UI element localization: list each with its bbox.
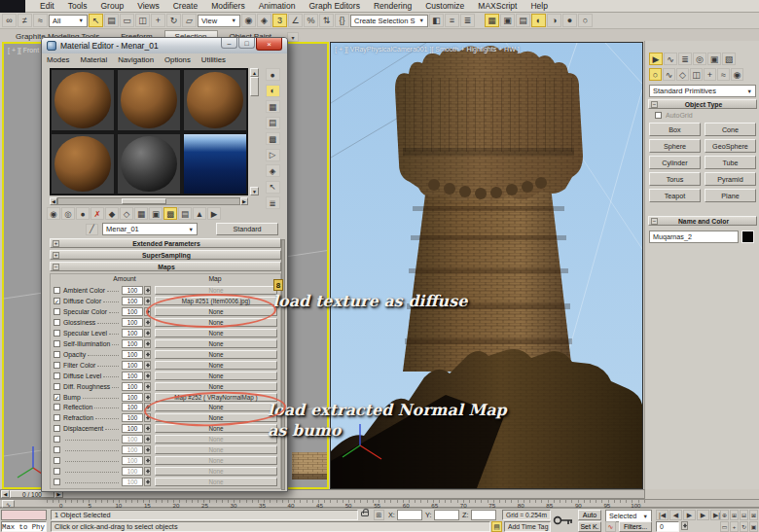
map-checkbox[interactable] xyxy=(54,446,60,453)
menu-animation[interactable]: Animation xyxy=(252,1,303,11)
map-amount-spinner[interactable] xyxy=(144,467,151,476)
add-time-tag[interactable]: Add Time Tag xyxy=(504,521,551,532)
map-slot-button[interactable]: None xyxy=(155,329,277,337)
map-amount-field[interactable]: 100 xyxy=(122,478,143,486)
play-icon[interactable]: ▶ xyxy=(683,510,696,520)
map-checkbox[interactable] xyxy=(54,436,60,443)
lock-selection-icon[interactable] xyxy=(361,512,369,516)
angle-snap-icon[interactable]: ∠ xyxy=(288,14,303,27)
put-material-to-scene-icon[interactable]: ◎ xyxy=(61,207,75,220)
activeshade-icon[interactable]: ● xyxy=(562,14,577,27)
map-amount-spinner[interactable] xyxy=(144,297,151,305)
map-slot-button[interactable]: None xyxy=(155,372,277,380)
me-menu-material[interactable]: Material xyxy=(80,55,107,64)
map-checkbox[interactable] xyxy=(54,468,60,475)
sphere-button[interactable]: Sphere xyxy=(649,139,701,153)
maximize-viewport-icon[interactable]: ▣ xyxy=(749,521,758,532)
next-frame-icon[interactable]: ▶ xyxy=(697,510,709,520)
plane-button[interactable]: Plane xyxy=(705,189,756,202)
map-checkbox[interactable] xyxy=(54,362,60,369)
zoom-region-icon[interactable]: ▭ xyxy=(720,521,729,532)
edit-named-sets-icon[interactable]: {} xyxy=(335,14,349,27)
render-shortcuts-icon[interactable]: ▤ xyxy=(516,14,530,27)
map-amount-spinner[interactable] xyxy=(144,456,151,465)
map-amount-spinner[interactable] xyxy=(144,435,151,443)
show-end-result-icon[interactable]: ▤ xyxy=(178,207,192,220)
time-tag-icon[interactable]: ▤ xyxy=(491,521,502,532)
get-material-icon[interactable]: ◉ xyxy=(47,207,60,220)
autogrid-checkbox[interactable] xyxy=(655,112,662,119)
rectangular-selection-icon[interactable]: ▭ xyxy=(120,14,134,27)
video-color-check-icon[interactable]: ▩ xyxy=(266,132,280,145)
map-amount-field[interactable]: 100 xyxy=(122,307,143,316)
cameras-icon[interactable]: ◫ xyxy=(690,68,703,81)
select-and-link-icon[interactable]: ∞ xyxy=(2,14,17,27)
go-to-start-icon[interactable]: |◀ xyxy=(656,510,669,520)
x-coordinate-field[interactable] xyxy=(397,510,422,520)
map-slot-button[interactable]: None xyxy=(155,350,277,359)
map-amount-spinner[interactable] xyxy=(144,361,151,370)
time-slider-left-arrow[interactable]: ◀ xyxy=(1,490,10,498)
auto-key-button[interactable]: Auto xyxy=(578,510,601,520)
map-amount-field[interactable]: 100 xyxy=(122,435,143,443)
map-amount-field[interactable]: 100 xyxy=(122,329,143,337)
map-amount-field[interactable]: 100 xyxy=(122,413,143,422)
material-sample-slot[interactable] xyxy=(183,69,247,131)
show-map-in-viewport-icon[interactable]: ▩ xyxy=(163,207,177,220)
menu-maxscript[interactable]: MAXScript xyxy=(471,1,524,11)
map-slot-button[interactable]: None xyxy=(155,339,277,348)
primitives-category-dropdown[interactable]: Standard Primitives▼ xyxy=(649,85,756,97)
tab-utilities-icon[interactable]: ▧ xyxy=(722,53,736,65)
map-amount-field[interactable]: 100 xyxy=(122,393,143,402)
helpers-icon[interactable]: + xyxy=(704,68,716,81)
slots-vertical-scrollbar[interactable]: ▲ ▼ xyxy=(250,68,259,195)
zoom-extents-all-icon[interactable]: ⊠ xyxy=(749,510,758,520)
background-icon[interactable]: ▦ xyxy=(266,100,280,113)
menu-views[interactable]: Views xyxy=(130,1,166,11)
map-checkbox[interactable] xyxy=(54,404,60,410)
mirror-icon[interactable]: ◧ xyxy=(429,14,444,27)
sample-type-icon[interactable]: ● xyxy=(266,68,280,81)
map-amount-spinner[interactable] xyxy=(144,445,151,454)
window-crossing-icon[interactable]: ◫ xyxy=(135,14,150,27)
scroll-thumb[interactable] xyxy=(122,198,166,204)
map-amount-field[interactable]: 100 xyxy=(122,339,143,348)
scroll-left-icon[interactable]: ◀ xyxy=(50,197,57,205)
pyramid-button[interactable]: Pyramid xyxy=(705,172,756,186)
menu-modifiers[interactable]: Modifiers xyxy=(204,1,251,11)
zoom-all-icon[interactable]: ⊞ xyxy=(730,510,739,520)
object-color-swatch[interactable] xyxy=(741,231,754,243)
render-iterative-icon[interactable]: ◑ xyxy=(547,14,561,27)
map-amount-field[interactable]: 100 xyxy=(122,382,143,391)
map-checkbox[interactable] xyxy=(54,457,60,464)
map-slot-button[interactable]: None xyxy=(155,478,277,486)
select-by-name-icon[interactable]: ▤ xyxy=(104,14,119,27)
map-checkbox[interactable] xyxy=(54,319,60,326)
maxscript-mini-listener[interactable]: Max to Phy xyxy=(1,521,47,532)
map-checkbox[interactable] xyxy=(54,394,60,401)
map-slot-button[interactable]: None xyxy=(155,467,277,476)
go-to-parent-icon[interactable]: ▲ xyxy=(193,207,206,220)
cylinder-button[interactable]: Cylinder xyxy=(649,156,701,169)
map-checkbox[interactable] xyxy=(54,298,60,304)
maxscript-mini-recorder[interactable] xyxy=(1,510,47,520)
map-checkbox[interactable] xyxy=(54,414,60,421)
y-coordinate-field[interactable] xyxy=(434,510,459,520)
select-by-material-icon[interactable]: ↖ xyxy=(266,181,280,194)
key-filter-icon[interactable]: ∿ xyxy=(605,521,616,532)
set-key-button[interactable]: Set K. xyxy=(578,521,601,532)
bind-to-space-warp-icon[interactable]: ≈ xyxy=(33,14,48,27)
pick-material-from-object-icon[interactable]: ╱ xyxy=(86,224,98,235)
slots-horizontal-scrollbar[interactable]: ◀ ▶ xyxy=(50,197,248,205)
menu-create[interactable]: Create xyxy=(166,1,205,11)
material-editor-options-icon[interactable]: ◈ xyxy=(266,164,280,177)
frame-spinner[interactable] xyxy=(681,521,688,530)
material-sample-slot[interactable] xyxy=(117,69,181,131)
unlink-selection-icon[interactable]: ≠ xyxy=(18,14,32,27)
z-coordinate-field[interactable] xyxy=(471,510,496,520)
map-amount-field[interactable]: 100 xyxy=(122,318,143,327)
map-amount-field[interactable]: 100 xyxy=(122,456,143,465)
map-checkbox[interactable] xyxy=(54,308,60,315)
tab-modify-icon[interactable]: ∿ xyxy=(664,53,677,65)
maximize-icon[interactable]: □ xyxy=(238,38,255,49)
